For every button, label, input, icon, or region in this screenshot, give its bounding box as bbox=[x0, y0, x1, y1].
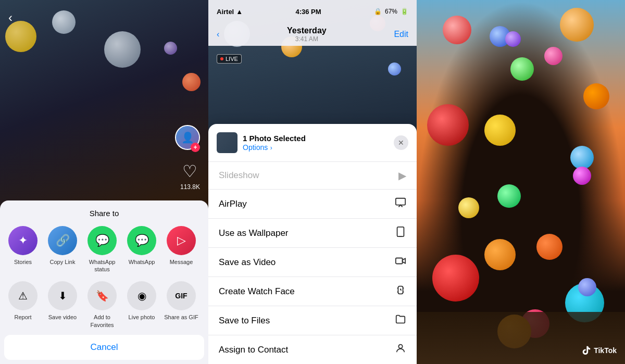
share-gif-item[interactable]: GIF Share as GIF bbox=[162, 281, 200, 329]
back-button[interactable]: ‹ bbox=[8, 10, 12, 25]
watch-icon bbox=[395, 284, 406, 298]
video-icon bbox=[395, 255, 406, 269]
heart-container[interactable]: ♡ 113.8K bbox=[180, 161, 200, 191]
stories-icon: ✦ bbox=[18, 234, 28, 247]
share-title: Share to bbox=[0, 209, 208, 218]
stories-label: Stories bbox=[14, 258, 32, 266]
ios-share-photo-count: 1 Photo Selected bbox=[243, 134, 394, 143]
avatar-follow-button[interactable]: + bbox=[191, 143, 200, 152]
svg-point-11 bbox=[398, 345, 402, 348]
copylink-label: Copy Link bbox=[50, 258, 76, 266]
save-to-files-label: Save to Files bbox=[219, 316, 270, 326]
nav-bar: ‹ Yesterday 3:41 AM Edit bbox=[208, 23, 417, 46]
copylink-icon: 🔗 bbox=[56, 234, 70, 247]
ios-photos-panel: Airtel ▲ 4:36 PM 🔒 67% 🔋 ‹ Yesterday 3:4… bbox=[208, 0, 417, 364]
save-to-files-menu-item[interactable]: Save to Files bbox=[208, 306, 417, 335]
slideshow-label: Slideshow bbox=[219, 170, 259, 181]
report-item[interactable]: ⚠ Report bbox=[4, 281, 42, 329]
ios-share-header: 1 Photo Selected Options › ✕ bbox=[208, 124, 417, 162]
nav-title-block: Yesterday 3:41 AM bbox=[287, 26, 327, 43]
svg-rect-1 bbox=[397, 227, 404, 236]
airplay-label: AirPlay bbox=[219, 199, 247, 209]
cancel-button[interactable]: Cancel bbox=[4, 335, 204, 360]
lock-icon: 🔒 bbox=[374, 8, 382, 15]
airplay-icon bbox=[395, 197, 406, 211]
share-message-item[interactable]: ▷ Message bbox=[162, 226, 200, 273]
live-photo-icon: ◉ bbox=[138, 290, 146, 302]
use-as-wallpaper-label: Use as Wallpaper bbox=[219, 228, 289, 239]
avatar-container: 👤 + bbox=[175, 125, 200, 150]
save-video-label: Save video bbox=[48, 313, 77, 321]
ios-options-arrow: › bbox=[270, 144, 272, 152]
status-bar-right: 🔒 67% 🔋 bbox=[374, 8, 408, 15]
message-icon: ▷ bbox=[177, 234, 186, 247]
tiktok-photo-panel: TikTok bbox=[417, 0, 625, 364]
save-as-video-menu-item[interactable]: Save as Video bbox=[208, 248, 417, 277]
share-icons-row: ✦ Stories 🔗 Copy Link 💬 WhatsApp status bbox=[0, 226, 208, 282]
ios-share-thumbnail bbox=[217, 132, 238, 153]
nav-title: Yesterday bbox=[287, 26, 327, 35]
nav-subtitle: 3:41 AM bbox=[287, 35, 327, 43]
photo-bg-gradient bbox=[417, 0, 625, 364]
status-bar: Airtel ▲ 4:36 PM 🔒 67% 🔋 bbox=[208, 0, 417, 23]
heart-count: 113.8K bbox=[180, 183, 200, 191]
create-watch-face-menu-item[interactable]: Create Watch Face bbox=[208, 277, 417, 306]
ground-overlay bbox=[417, 312, 625, 364]
ios-share-sheet: 1 Photo Selected Options › ✕ Slideshow ▶… bbox=[208, 124, 417, 364]
ios-menu-list: Slideshow ▶ AirPlay Use as Wallpaper bbox=[208, 162, 417, 364]
live-photo-label: Live photo bbox=[129, 313, 155, 321]
svg-rect-3 bbox=[396, 258, 403, 264]
share-actions-row: ⚠ Report ⬇ Save video 🔖 Add to Favorites… bbox=[0, 281, 208, 335]
slideshow-icon: ▶ bbox=[398, 169, 406, 182]
add-favorites-item[interactable]: 🔖 Add to Favorites bbox=[83, 281, 121, 329]
share-gif-label: Share as GIF bbox=[164, 313, 198, 321]
save-as-video-label: Save as Video bbox=[219, 257, 276, 268]
ios-share-close-button[interactable]: ✕ bbox=[394, 135, 408, 150]
ios-options-button[interactable]: Options › bbox=[243, 143, 394, 152]
report-label: Report bbox=[14, 313, 31, 321]
slideshow-menu-item[interactable]: Slideshow ▶ bbox=[208, 162, 417, 190]
live-text: LIVE bbox=[226, 56, 238, 62]
share-copylink-item[interactable]: 🔗 Copy Link bbox=[44, 226, 81, 273]
battery-text: 67% bbox=[385, 8, 397, 15]
wifi-icon: ▲ bbox=[236, 8, 243, 16]
status-bar-left: Airtel ▲ bbox=[217, 8, 243, 16]
add-favorites-label: Add to Favorites bbox=[83, 313, 121, 329]
close-icon: ✕ bbox=[398, 139, 404, 147]
status-bar-time: 4:36 PM bbox=[295, 8, 321, 16]
tiktok-label: TikTok bbox=[594, 346, 617, 355]
ios-share-info: 1 Photo Selected Options › bbox=[243, 134, 394, 152]
nav-back-icon: ‹ bbox=[217, 30, 219, 39]
airplay-menu-item[interactable]: AirPlay bbox=[208, 190, 417, 219]
carrier-text: Airtel bbox=[217, 8, 234, 16]
contact-icon bbox=[395, 343, 406, 357]
ios-options-label: Options bbox=[243, 143, 268, 152]
nav-back-button[interactable]: ‹ bbox=[217, 30, 219, 39]
live-badge-area: LIVE bbox=[217, 54, 242, 64]
wallpaper-icon bbox=[395, 226, 406, 240]
share-whatsapp-item[interactable]: 💬 WhatsApp bbox=[123, 226, 160, 273]
heart-icon: ♡ bbox=[182, 161, 197, 181]
message-label: Message bbox=[170, 258, 193, 266]
save-video-icon: ⬇ bbox=[58, 290, 67, 302]
use-as-wallpaper-menu-item[interactable]: Use as Wallpaper bbox=[208, 219, 417, 248]
whatsapp-icon: 💬 bbox=[135, 234, 149, 247]
share-gif-icon: GIF bbox=[175, 292, 187, 300]
share-whatsapp-status-item[interactable]: 💬 WhatsApp status bbox=[83, 226, 121, 273]
live-dot bbox=[220, 57, 223, 60]
battery-icon: 🔋 bbox=[401, 8, 408, 15]
whatsapp-status-icon: 💬 bbox=[95, 234, 109, 247]
share-sheet: Share to ✦ Stories 🔗 Copy Link 💬 bbox=[0, 200, 208, 364]
create-watch-face-label: Create Watch Face bbox=[219, 286, 295, 297]
live-badge: LIVE bbox=[217, 54, 242, 64]
tiktok-panel: ‹ 👤 + ♡ 113.8K Share to ✦ Stories 🔗 bbox=[0, 0, 208, 364]
assign-to-contact-menu-item[interactable]: Assign to Contact bbox=[208, 335, 417, 364]
report-icon: ⚠ bbox=[18, 290, 28, 302]
add-favorites-icon: 🔖 bbox=[96, 290, 109, 302]
share-stories-item[interactable]: ✦ Stories bbox=[4, 226, 42, 273]
files-icon bbox=[395, 313, 406, 328]
nav-edit-button[interactable]: Edit bbox=[394, 30, 408, 39]
save-video-item[interactable]: ⬇ Save video bbox=[44, 281, 81, 329]
whatsapp-status-label: WhatsApp status bbox=[83, 258, 121, 273]
live-photo-item[interactable]: ◉ Live photo bbox=[123, 281, 160, 329]
